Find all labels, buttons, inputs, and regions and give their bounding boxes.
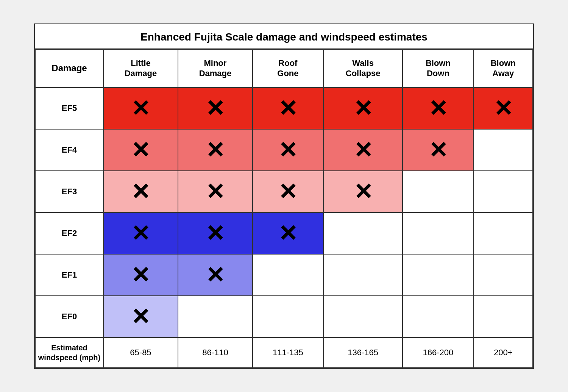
table-title: Enhanced Fujita Scale damage and windspe… [35,24,533,49]
x-mark: ✕ [494,96,513,121]
row-ef0: EF0✕ [35,296,533,337]
x-mark: ✕ [131,304,150,330]
cell-ef4-col4: ✕ [323,129,403,171]
x-mark: ✕ [206,96,225,121]
windspeed-value-col5: 166-200 [403,337,473,368]
x-mark: ✕ [278,96,297,121]
cell-ef3-col2: ✕ [178,171,253,212]
cell-ef0-col3 [253,296,323,337]
x-mark: ✕ [429,137,448,163]
x-mark: ✕ [131,137,150,163]
cell-ef2-col4 [323,212,403,254]
cell-ef2-col2: ✕ [178,212,253,254]
header-blown-away: BlownAway [473,50,533,87]
cell-ef2-col1: ✕ [103,212,178,254]
label-ef2: EF2 [35,212,103,254]
x-mark: ✕ [206,262,225,288]
windspeed-label: Estimatedwindspeed (mph) [35,337,103,368]
cell-ef0-col2 [178,296,253,337]
x-mark: ✕ [354,179,373,205]
x-mark: ✕ [354,96,373,121]
cell-ef1-col2: ✕ [178,254,253,296]
header-minor-damage: MinorDamage [178,50,253,87]
header-roof-gone: RoofGone [253,50,323,87]
label-ef4: EF4 [35,129,103,171]
fujita-scale-table: Enhanced Fujita Scale damage and windspe… [34,23,534,369]
windspeed-value-col3: 111-135 [253,337,323,368]
windspeed-value-col2: 86-110 [178,337,253,368]
header-walls-collapse: WallsCollapse [323,50,403,87]
cell-ef2-col5 [403,212,473,254]
x-mark: ✕ [131,221,150,246]
windspeed-value-col6: 200+ [473,337,533,368]
row-ef5: EF5✕✕✕✕✕✕ [35,87,533,129]
x-mark: ✕ [206,179,225,205]
cell-ef2-col6 [473,212,533,254]
cell-ef1-col3 [253,254,323,296]
cell-ef3-col3: ✕ [253,171,323,212]
cell-ef1-col5 [403,254,473,296]
cell-ef4-col2: ✕ [178,129,253,171]
cell-ef1-col1: ✕ [103,254,178,296]
cell-ef5-col4: ✕ [323,87,403,129]
cell-ef0-col4 [323,296,403,337]
column-headers: Damage LittleDamage MinorDamage RoofGone… [35,50,533,87]
cell-ef5-col2: ✕ [178,87,253,129]
cell-ef4-col3: ✕ [253,129,323,171]
x-mark: ✕ [278,179,297,205]
label-ef3: EF3 [35,171,103,212]
x-mark: ✕ [206,137,225,163]
cell-ef0-col1: ✕ [103,296,178,337]
cell-ef1-col4 [323,254,403,296]
row-ef2: EF2✕✕✕ [35,212,533,254]
label-ef5: EF5 [35,87,103,129]
row-ef1: EF1✕✕ [35,254,533,296]
cell-ef4-col5: ✕ [403,129,473,171]
windspeed-value-col1: 65-85 [103,337,178,368]
header-blown-down: BlownDown [403,50,473,87]
cell-ef3-col5 [403,171,473,212]
windspeed-value-col4: 136-165 [323,337,403,368]
x-mark: ✕ [278,137,297,163]
header-little-damage: LittleDamage [103,50,178,87]
cell-ef5-col3: ✕ [253,87,323,129]
x-mark: ✕ [131,179,150,205]
x-mark: ✕ [429,96,448,121]
cell-ef4-col6 [473,129,533,171]
x-mark: ✕ [278,221,297,246]
cell-ef3-col6 [473,171,533,212]
windspeed-row: Estimatedwindspeed (mph)65-8586-110111-1… [35,337,533,368]
cell-ef0-col6 [473,296,533,337]
cell-ef3-col4: ✕ [323,171,403,212]
x-mark: ✕ [131,262,150,288]
cell-ef5-col6: ✕ [473,87,533,129]
cell-ef5-col1: ✕ [103,87,178,129]
cell-ef1-col6 [473,254,533,296]
cell-ef4-col1: ✕ [103,129,178,171]
x-mark: ✕ [131,96,150,121]
cell-ef3-col1: ✕ [103,171,178,212]
cell-ef5-col5: ✕ [403,87,473,129]
label-ef0: EF0 [35,296,103,337]
label-ef1: EF1 [35,254,103,296]
header-damage: Damage [35,50,103,87]
x-mark: ✕ [354,137,373,163]
x-mark: ✕ [206,221,225,246]
row-ef4: EF4✕✕✕✕✕ [35,129,533,171]
cell-ef0-col5 [403,296,473,337]
row-ef3: EF3✕✕✕✕ [35,171,533,212]
cell-ef2-col3: ✕ [253,212,323,254]
